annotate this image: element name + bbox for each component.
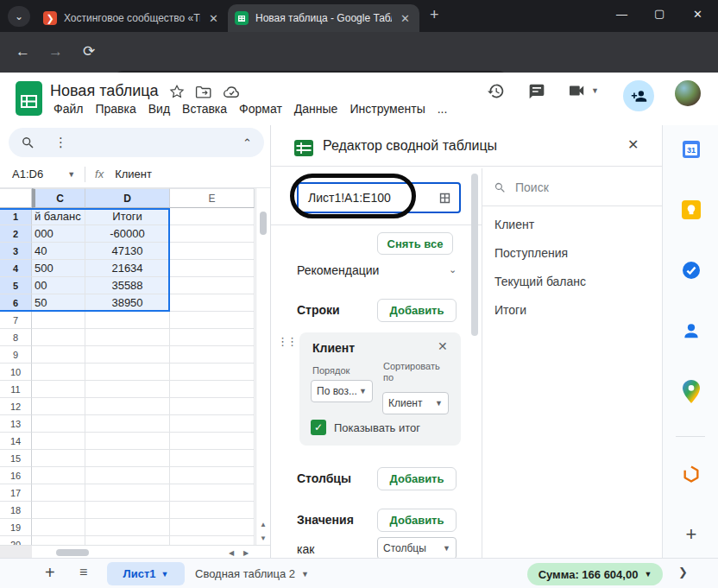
forward-icon[interactable]: → (48, 43, 63, 60)
cell-E18[interactable] (170, 502, 255, 519)
cell-C3[interactable]: 40 (32, 243, 85, 260)
name-box-caret-icon[interactable]: ▼ (67, 170, 75, 179)
scroll-down-icon[interactable]: ▼ (256, 531, 270, 545)
cell-E6[interactable] (170, 294, 255, 312)
clear-all-button[interactable]: Снять все (377, 232, 453, 255)
cell-E11[interactable] (170, 381, 255, 398)
close-tab-icon[interactable]: ✕ (400, 12, 410, 25)
horizontal-scrollbar[interactable]: ◀ ▶ (0, 545, 270, 559)
sum-badge[interactable]: Сумма: 166 604,00 ▼ (527, 563, 663, 585)
cell-D6[interactable]: 38950 (85, 294, 170, 312)
menu-item-2[interactable]: Вид (143, 101, 175, 117)
cell-E4[interactable] (170, 260, 255, 277)
addon-hexagon-icon[interactable] (682, 463, 701, 485)
cell-D7[interactable] (85, 312, 170, 329)
star-icon[interactable] (169, 84, 185, 103)
cell-E3[interactable] (170, 243, 255, 260)
cell-E5[interactable] (170, 277, 255, 294)
row-header-2[interactable]: 2 (0, 225, 32, 243)
pivot-field-2[interactable]: Текущий баланс (494, 267, 654, 295)
cell-D4[interactable]: 21634 (85, 260, 170, 277)
cell-C12[interactable] (32, 398, 85, 415)
cloud-status-icon[interactable] (223, 85, 241, 103)
cell-E15[interactable] (170, 450, 255, 467)
cell-C20[interactable] (32, 536, 85, 545)
row-header-5[interactable]: 5 (0, 277, 32, 294)
tab-search-button[interactable]: ⌄ (8, 6, 30, 27)
cell-D13[interactable] (85, 415, 170, 433)
hscroll-thumb[interactable] (56, 549, 89, 556)
cell-C10[interactable] (32, 364, 85, 381)
reload-icon[interactable]: ⟳ (83, 42, 95, 60)
cell-E16[interactable] (170, 467, 255, 484)
cell-D5[interactable]: 35588 (85, 277, 170, 294)
cell-C7[interactable] (32, 312, 85, 329)
row-header-1[interactable]: 1 (0, 208, 32, 225)
cell-E19[interactable] (170, 519, 255, 536)
row-header-10[interactable]: 10 (0, 364, 32, 381)
cell-D16[interactable] (85, 467, 170, 484)
row-header-3[interactable]: 3 (0, 243, 32, 260)
search-icon[interactable] (21, 136, 35, 150)
panel-scroll-thumb[interactable] (471, 174, 478, 336)
cell-D9[interactable] (85, 346, 170, 364)
maximize-button[interactable]: ▢ (654, 7, 664, 20)
pivot-field-1[interactable]: Поступления (494, 238, 654, 267)
cell-E2[interactable] (170, 225, 255, 243)
cell-E1[interactable] (170, 208, 255, 225)
menu-item-3[interactable]: Вставка (177, 101, 232, 117)
add-values-button[interactable]: Добавить (377, 509, 457, 532)
vertical-scrollbar[interactable]: ▲ ▼ (255, 188, 270, 545)
close-panel-icon[interactable]: ✕ (627, 136, 639, 153)
cell-C6[interactable]: 50 (32, 294, 85, 312)
values-as-dropdown[interactable]: Столбцы ▼ (377, 537, 457, 558)
add-sheet-icon[interactable]: + (45, 563, 55, 583)
row-header-7[interactable]: 7 (0, 312, 32, 329)
formula-input[interactable]: Клиент (115, 168, 152, 180)
keep-icon[interactable] (682, 199, 701, 221)
sheet-tab-list1[interactable]: Лист1 ▼ (107, 562, 185, 585)
browser-tab-2[interactable]: Новая таблица - Google Табли ✕ (228, 4, 419, 32)
suggestions-label[interactable]: Рекомендации (297, 263, 379, 277)
name-box[interactable]: A1:D6 (12, 168, 43, 180)
cell-C9[interactable] (32, 346, 85, 364)
sheet-tab-pivot[interactable]: Сводная таблица 2 ▼ (195, 559, 309, 588)
cell-D19[interactable] (85, 519, 170, 536)
row-header-12[interactable]: 12 (0, 398, 32, 415)
cell-E13[interactable] (170, 415, 255, 433)
collapse-toolbar-icon[interactable]: ⌃ (242, 136, 252, 149)
cell-E7[interactable] (170, 312, 255, 329)
row-header-13[interactable]: 13 (0, 415, 32, 433)
cell-E10[interactable] (170, 364, 255, 381)
row-header-8[interactable]: 8 (0, 329, 32, 346)
select-all-corner[interactable] (0, 188, 32, 208)
cell-E12[interactable] (170, 398, 255, 415)
maps-icon[interactable] (682, 378, 701, 404)
show-totals-checkbox[interactable]: ✓ (311, 420, 326, 435)
comments-icon[interactable] (528, 83, 545, 104)
more-tools-icon[interactable]: ⋮ (54, 135, 67, 150)
cell-E8[interactable] (170, 329, 255, 346)
cell-D12[interactable] (85, 398, 170, 415)
field-search[interactable]: Поиск (494, 180, 549, 194)
cell-D10[interactable] (85, 364, 170, 381)
cell-C2[interactable]: 000 (32, 225, 85, 243)
cell-D8[interactable] (85, 329, 170, 346)
cell-E9[interactable] (170, 346, 255, 364)
cell-D3[interactable]: 47130 (85, 243, 170, 260)
menu-item-6[interactable]: Инструменты (344, 101, 430, 117)
close-window-button[interactable]: ✕ (693, 8, 702, 21)
cell-C18[interactable] (32, 502, 85, 519)
vscroll-thumb[interactable] (260, 212, 267, 235)
new-tab-button[interactable]: + (430, 6, 439, 24)
move-folder-icon[interactable] (195, 85, 211, 103)
back-icon[interactable]: ← (16, 43, 30, 60)
column-header-C[interactable]: C (32, 188, 85, 208)
document-title[interactable]: Новая таблица (50, 82, 159, 100)
cell-D15[interactable] (85, 450, 170, 467)
browser-tab-1[interactable]: ❯ Хостинговое сообщество «Tim ✕ (36, 4, 226, 32)
row-header-9[interactable]: 9 (0, 346, 32, 364)
row-header-6[interactable]: 6 (0, 294, 32, 312)
range-input[interactable]: Лист1!A1:E100 (297, 182, 461, 213)
menu-item-4[interactable]: Формат (234, 101, 287, 117)
